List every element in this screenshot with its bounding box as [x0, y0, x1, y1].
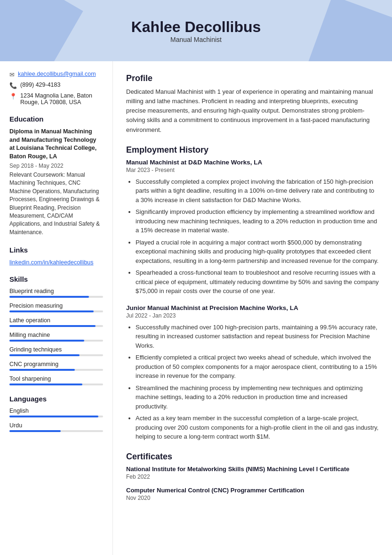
- skill-item: Tool sharpening: [9, 375, 103, 385]
- email-icon: ✉: [9, 71, 15, 78]
- linkedin-link[interactable]: linkedin.com/in/kahleedecollibus: [9, 259, 94, 266]
- skill-item: Precision measuring: [9, 302, 103, 312]
- edu-courses: Relevant Coursework: Manual Machining Te…: [9, 171, 103, 237]
- cert-date: Feb 2022: [126, 473, 379, 480]
- skill-label: CNC programming: [9, 361, 103, 367]
- job-bullet: Streamlined the machining process by imp…: [136, 384, 379, 411]
- candidate-name: Kahlee Decollibus: [131, 18, 261, 36]
- lang-bar-fill: [9, 430, 61, 432]
- contact-section: ✉ kahlee.decollibus@gmail.com 📞 (899) 42…: [9, 71, 103, 106]
- language-label: Urdu: [9, 422, 103, 429]
- lang-bar-bg: [9, 430, 103, 432]
- job-bullet: Played a crucial role in acquiring a maj…: [136, 238, 379, 266]
- cert-date: Nov 2020: [126, 495, 379, 501]
- cert-name: National Institute for Metalworking Skil…: [126, 465, 379, 473]
- skill-item: Blueprint reading: [9, 288, 103, 298]
- skill-bar-bg: [9, 340, 103, 342]
- sidebar: ✉ kahlee.decollibus@gmail.com 📞 (899) 42…: [0, 61, 113, 555]
- language-item: Urdu: [9, 422, 103, 432]
- skill-label: Tool sharpening: [9, 375, 103, 382]
- skill-item: Milling machine: [9, 332, 103, 342]
- skill-label: Grinding techniques: [9, 346, 103, 353]
- skill-bar-fill: [9, 310, 94, 312]
- job-bullet: Successfully completed a complex project…: [136, 177, 379, 205]
- lang-bar-fill: [9, 416, 98, 417]
- skills-section: Skills Blueprint reading Precision measu…: [9, 275, 103, 385]
- job-entry: Junior Manual Machinist at Precision Mac…: [126, 304, 379, 441]
- skill-label: Blueprint reading: [9, 288, 103, 294]
- profile-section: Profile Dedicated Manual Machinist with …: [126, 73, 379, 135]
- job-bullet: Significantly improved production effici…: [136, 207, 379, 235]
- languages-title: Languages: [9, 395, 103, 403]
- contact-phone: 📞 (899) 429-4183: [9, 82, 103, 89]
- main-layout: ✉ kahlee.decollibus@gmail.com 📞 (899) 42…: [0, 61, 392, 555]
- certs-list: National Institute for Metalworking Skil…: [126, 465, 379, 501]
- skill-bar-bg: [9, 296, 103, 298]
- skill-bar-fill: [9, 354, 80, 356]
- certificates-title: Certificates: [126, 452, 379, 462]
- candidate-title: Manual Machinist: [170, 36, 222, 43]
- skill-bar-fill: [9, 340, 84, 342]
- language-item: English: [9, 408, 103, 417]
- job-bullet: Acted as a key team member in the succes…: [136, 414, 379, 441]
- jobs-list: Manual Machinist at D&D Machine Works, L…: [126, 159, 379, 441]
- skill-bar-bg: [9, 384, 103, 385]
- job-bullets: Successfully machined over 100 high-prec…: [126, 323, 379, 441]
- content-area: Profile Dedicated Manual Machinist with …: [113, 61, 392, 555]
- skill-item: Grinding techniques: [9, 346, 103, 356]
- skill-bar-bg: [9, 325, 103, 327]
- job-entry: Manual Machinist at D&D Machine Works, L…: [126, 159, 379, 296]
- profile-title: Profile: [126, 73, 379, 83]
- job-bullet: Efficiently completed a critical project…: [136, 353, 379, 381]
- contact-email: ✉ kahlee.decollibus@gmail.com: [9, 71, 103, 78]
- job-bullets: Successfully completed a complex project…: [126, 177, 379, 296]
- profile-text: Dedicated Manual Machinist with 1 year o…: [126, 87, 379, 135]
- edu-date: Sep 2018 - May 2022: [9, 163, 103, 169]
- skill-bar-fill: [9, 296, 89, 298]
- edu-degree: Diploma in Manual Machining and Manufact…: [9, 128, 103, 161]
- job-date: Mar 2023 - Present: [126, 167, 379, 173]
- skill-label: Precision measuring: [9, 302, 103, 309]
- skill-item: CNC programming: [9, 361, 103, 371]
- employment-title: Employment History: [126, 145, 379, 155]
- location-icon: 📍: [9, 93, 17, 100]
- cert-item: National Institute for Metalworking Skil…: [126, 465, 379, 480]
- phone-number: (899) 429-4183: [20, 82, 60, 88]
- languages-section: Languages English Urdu: [9, 395, 103, 432]
- job-title: Manual Machinist at D&D Machine Works, L…: [126, 159, 379, 166]
- lang-bar-bg: [9, 416, 103, 417]
- cert-name: Computer Numerical Control (CNC) Program…: [126, 487, 379, 494]
- job-date: Jul 2022 - Jan 2023: [126, 312, 379, 319]
- contact-address: 📍 1234 Magnolia Lane, Baton Rouge, LA 70…: [9, 92, 103, 106]
- skill-label: Milling machine: [9, 332, 103, 338]
- page-header: Kahlee Decollibus Manual Machinist: [0, 0, 392, 61]
- education-title: Education: [9, 115, 103, 123]
- email-link[interactable]: kahlee.decollibus@gmail.com: [18, 71, 96, 77]
- skill-bar-fill: [9, 384, 82, 385]
- address-text: 1234 Magnolia Lane, Baton Rouge, LA 7080…: [20, 92, 103, 106]
- languages-list: English Urdu: [9, 408, 103, 432]
- skills-title: Skills: [9, 275, 103, 283]
- skill-bar-fill: [9, 369, 75, 371]
- language-label: English: [9, 408, 103, 414]
- skills-list: Blueprint reading Precision measuring La…: [9, 288, 103, 385]
- skill-bar-bg: [9, 354, 103, 356]
- cert-item: Computer Numerical Control (CNC) Program…: [126, 487, 379, 501]
- certificates-section: Certificates National Institute for Meta…: [126, 452, 379, 501]
- skill-item: Lathe operation: [9, 317, 103, 327]
- links-section: Links linkedin.com/in/kahleedecollibus: [9, 246, 103, 266]
- job-bullet: Successfully machined over 100 high-prec…: [136, 323, 379, 351]
- skill-label: Lathe operation: [9, 317, 103, 324]
- skill-bar-bg: [9, 369, 103, 371]
- employment-section: Employment History Manual Machinist at D…: [126, 145, 379, 441]
- education-section: Education Diploma in Manual Machining an…: [9, 115, 103, 237]
- skill-bar-fill: [9, 325, 96, 327]
- job-bullet: Spearheaded a cross-functional team to t…: [136, 268, 379, 296]
- skill-bar-bg: [9, 310, 103, 312]
- phone-icon: 📞: [9, 82, 17, 89]
- job-title: Junior Manual Machinist at Precision Mac…: [126, 304, 379, 311]
- links-title: Links: [9, 246, 103, 254]
